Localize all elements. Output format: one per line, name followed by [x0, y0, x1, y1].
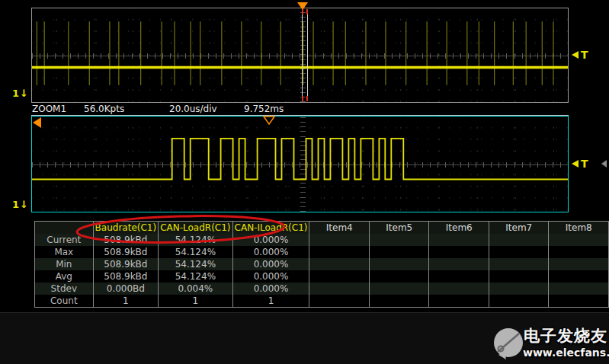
channel1-waveform: [32, 8, 568, 102]
measurement-header-row: Baudrate(C1)CAN-LoadR(C1)CAN-ILoadR(C1)I…: [35, 222, 609, 235]
measurement-cell: [489, 295, 549, 308]
measurement-column-header[interactable]: Item4: [309, 222, 370, 235]
channel1-position-marker[interactable]: 1↓: [12, 88, 29, 99]
measurement-cell: 1: [232, 295, 309, 308]
measurement-column-header[interactable]: Item8: [549, 222, 609, 235]
measurement-cell: [549, 234, 609, 246]
measurement-cell: 0.000%: [232, 246, 309, 258]
row-label: Min: [35, 258, 94, 270]
measurement-cell: [309, 295, 370, 308]
measurement-cell: [369, 283, 429, 295]
measurement-cell: [489, 258, 549, 270]
measurement-cell: 0.000%: [232, 283, 309, 295]
row-label: Count: [35, 295, 94, 308]
measurement-cell: [309, 270, 370, 283]
measurement-cell: [429, 270, 489, 283]
measurement-cell: 0.000Bd: [93, 283, 159, 295]
measurement-row: Avg508.9kBd54.124%0.000%: [35, 270, 609, 283]
trigger-level-label: T: [581, 49, 588, 61]
zoom-name: ZOOM1: [32, 104, 66, 114]
measurement-cell: [549, 246, 609, 258]
measurement-cell: [489, 283, 549, 295]
measurement-cell: [369, 234, 429, 246]
main-waveform-panel: [31, 8, 569, 103]
zoom-waveform-panel: [31, 116, 569, 212]
measurement-cell: [309, 283, 370, 295]
measurement-column-header[interactable]: CAN-LoadR(C1): [159, 222, 232, 235]
measurement-cell: 54.124%: [159, 234, 232, 246]
row-label: Avg: [35, 270, 94, 283]
zoom-window-bottom-bracket: [302, 96, 308, 101]
corner-cell: [35, 222, 94, 235]
measurement-cell: [369, 295, 429, 308]
zoom-trigger-position-marker[interactable]: [263, 116, 275, 125]
measurement-cell: [549, 270, 609, 283]
measurement-table: Baudrate(C1)CAN-LoadR(C1)CAN-ILoadR(C1)I…: [34, 221, 609, 308]
measurement-cell: 508.9kBd: [93, 258, 159, 270]
measurement-cell: 0.000%: [232, 234, 309, 246]
trigger-position-marker[interactable]: [297, 2, 308, 10]
measurement-cell: 1: [93, 295, 159, 308]
trigger-level-label: T: [581, 158, 588, 170]
measurement-cell: [369, 270, 429, 283]
measurement-cell: 0.000%: [232, 270, 309, 283]
row-label: Stdev: [35, 283, 94, 295]
measurement-cell: 54.124%: [159, 258, 232, 270]
zoom-channel1-waveform: [32, 117, 568, 212]
measurement-row: Count111: [35, 295, 609, 308]
left-arrow-icon: [572, 160, 579, 168]
measurement-cell: 0.004%: [159, 283, 232, 295]
measurement-cell: 508.9kBd: [93, 270, 159, 283]
measurement-cell: [549, 258, 609, 270]
measurement-cell: [489, 270, 549, 283]
measurement-cell: 508.9kBd: [93, 246, 159, 258]
zoom-offset: 9.752ms: [244, 104, 284, 114]
measurement-cell: [429, 283, 489, 295]
zoom-left-edge-marker[interactable]: [33, 117, 41, 128]
measurement-cell: [489, 246, 549, 258]
measurement-cell: [549, 295, 609, 308]
status-bar: ZLG® 1 1:1 1MΩ 20.0mV/div -240mV 2 – -:-…: [0, 312, 609, 364]
measurement-cell: [309, 258, 370, 270]
measurement-cell: [369, 258, 429, 270]
measurement-cell: [369, 246, 429, 258]
measurement-cell: [489, 234, 549, 246]
row-label: Current: [35, 234, 94, 246]
measurement-cell: [309, 246, 370, 258]
row-label: Max: [35, 246, 94, 258]
measurement-cell: [549, 283, 609, 295]
zoom-readout-bar: ZOOM1 56.0Kpts 20.0us/div 9.752ms: [31, 103, 569, 116]
measurement-row: Min508.9kBd54.124%0.000%: [35, 258, 609, 270]
zoom-points: 56.0Kpts: [84, 104, 124, 114]
zoom-window-indicator[interactable]: [302, 9, 308, 101]
trigger-level-marker[interactable]: T: [572, 49, 588, 61]
left-arrow-icon: [572, 51, 579, 59]
measurement-row: Max508.9kBd54.124%0.000%: [35, 246, 609, 258]
measurement-cell: 54.124%: [159, 270, 232, 283]
zoom-channel1-position-marker[interactable]: 1↓: [12, 199, 29, 210]
measurement-cell: [429, 234, 489, 246]
measurement-cell: [429, 246, 489, 258]
zoom-timebase: 20.0us/div: [169, 104, 217, 114]
measurement-cell: [309, 234, 370, 246]
measurement-column-header[interactable]: Item6: [429, 222, 489, 235]
measurement-column-header[interactable]: Item7: [489, 222, 549, 235]
measurement-column-header[interactable]: CAN-ILoadR(C1): [232, 222, 309, 235]
measurement-row: Current508.9kBd54.124%0.000%: [35, 234, 609, 246]
measurement-row: Stdev0.000Bd0.004%0.000%: [35, 283, 609, 295]
measurement-cell: 1: [159, 295, 232, 308]
measurement-cell: 54.124%: [159, 246, 232, 258]
oscilloscope-screen: T 1↓ ZOOM1 56.0Kpts 20.0us/div 9.752ms T…: [0, 0, 609, 364]
pan-indicator-icon: [601, 160, 607, 168]
measurement-column-header[interactable]: Item5: [369, 222, 429, 235]
measurement-cell: 0.000%: [232, 258, 309, 270]
measurement-cell: [429, 295, 489, 308]
measurement-column-header[interactable]: Baudrate(C1): [93, 222, 159, 235]
measurement-cell: [429, 258, 489, 270]
measurement-cell: 508.9kBd: [93, 234, 159, 246]
zoom-trigger-level-marker[interactable]: T: [572, 158, 588, 170]
zoom-window-top-bracket: [302, 9, 308, 14]
